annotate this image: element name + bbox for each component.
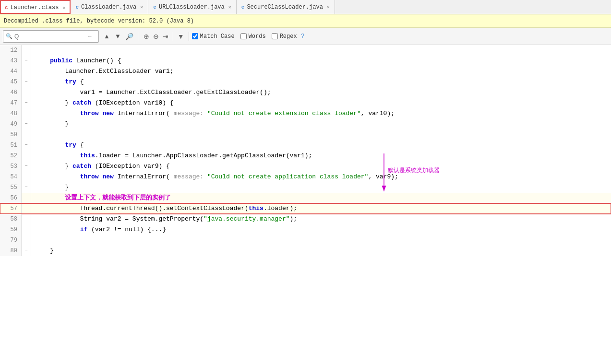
fold-53[interactable]: − — [22, 161, 31, 172]
help-icon[interactable]: ? — [301, 33, 305, 40]
code-content-58: String var2 = System.getProperty("java.s… — [31, 214, 611, 224]
line-num-50: 50 — [0, 129, 22, 140]
code-content-53: } catch (IOException var9) { — [31, 161, 611, 172]
fold-45[interactable]: − — [22, 77, 31, 87]
line-num-52: 52 — [0, 151, 22, 161]
regex-checkbox[interactable] — [272, 33, 278, 39]
info-text: Decompiled .class file, bytecode version… — [4, 18, 194, 24]
search-down-button[interactable]: ▼ — [113, 32, 123, 40]
code-content-59: if (var2 != null) {...} — [31, 224, 611, 235]
fold-43[interactable]: − — [22, 56, 31, 66]
fold-54 — [22, 172, 31, 182]
tab-launcher-class[interactable]: c Launcher.class ✕ — [0, 0, 71, 14]
line-num-59: 59 — [0, 224, 22, 235]
fold-50 — [22, 129, 31, 140]
info-bar: Decompiled .class file, bytecode version… — [0, 14, 611, 28]
line-num-53: 53 — [0, 161, 22, 172]
class-icon: c — [5, 5, 8, 11]
code-line-79: 79 — [0, 235, 611, 246]
search-minus-icon[interactable]: ⊖ — [152, 32, 160, 41]
line-num-45: 45 — [0, 77, 22, 87]
tab-label-urlclassloader: URLClassLoader.java — [159, 4, 225, 11]
line-num-57: 57 — [0, 203, 22, 214]
separator-2 — [173, 32, 173, 41]
search-bar: 🔍 ← ▲ ▼ 🔎 ⊕ ⊖ ⇥ ▼ Match Case Words Regex… — [0, 28, 611, 45]
code-line-80: 80 − } — [0, 246, 611, 256]
fold-55[interactable]: − — [22, 182, 31, 193]
fold-44 — [22, 66, 31, 77]
match-case-option[interactable]: Match Case — [192, 33, 235, 40]
words-checkbox[interactable] — [240, 33, 247, 39]
code-content-55: } — [31, 182, 611, 193]
fold-12 — [22, 45, 31, 56]
tab-close-secureclassloader[interactable]: ✕ — [327, 4, 330, 10]
code-content-47: } catch (IOException var10) { — [31, 98, 611, 108]
search-multiline-icon[interactable]: ⇥ — [161, 32, 170, 41]
regex-label: Regex — [280, 33, 297, 40]
fold-49[interactable]: − — [22, 119, 31, 129]
search-up-button[interactable]: ▲ — [102, 32, 112, 40]
code-content-57: Thread.currentThread().setContextClassLo… — [31, 203, 611, 214]
tab-close-launcher[interactable]: ✕ — [62, 5, 65, 11]
java-icon-2: c — [153, 4, 156, 10]
code-area: 12 43 − public Launcher() { 44 Launcher.… — [0, 45, 611, 364]
match-case-checkbox[interactable] — [192, 33, 198, 39]
words-option[interactable]: Words — [240, 33, 266, 40]
line-num-79: 79 — [0, 235, 22, 246]
regex-option[interactable]: Regex — [272, 33, 297, 40]
code-content-46: var1 = Launcher.ExtClassLoader.getExtCla… — [31, 87, 611, 98]
tab-urlclassloader-java[interactable]: c URLClassLoader.java ✕ — [148, 0, 236, 14]
fold-47[interactable]: − — [22, 98, 31, 108]
code-line-51: 51 − try { — [0, 140, 611, 151]
code-line-45: 45 − try { — [0, 77, 611, 87]
tab-label-classloader: ClassLoader.java — [81, 4, 136, 11]
line-num-12: 12 — [0, 45, 22, 56]
fold-56 — [22, 193, 31, 203]
line-num-56: 56 — [0, 193, 22, 203]
separator-1 — [138, 32, 138, 41]
search-input[interactable] — [14, 33, 86, 40]
search-icon: 🔍 — [6, 33, 12, 39]
search-find-button[interactable]: 🔎 — [124, 32, 135, 41]
line-num-51: 51 — [0, 140, 22, 151]
code-content-43: public Launcher() { — [31, 56, 611, 66]
code-line-47: 47 − } catch (IOException var10) { — [0, 98, 611, 108]
code-content-45: try { — [31, 77, 611, 87]
code-content-52: this.loader = Launcher.AppClassLoader.ge… — [31, 151, 611, 161]
code-line-50: 50 — [0, 129, 611, 140]
code-content-12 — [31, 45, 611, 56]
search-toolbar-icons: ▲ ▼ 🔎 — [102, 32, 135, 41]
line-num-47: 47 — [0, 98, 22, 108]
code-line-44: 44 Launcher.ExtClassLoader var1; — [0, 66, 611, 77]
tab-secureclassloader-java[interactable]: c SecureClassLoader.java ✕ — [237, 0, 335, 14]
search-add-icon[interactable]: ⊕ — [142, 32, 151, 41]
tab-close-classloader[interactable]: ✕ — [140, 4, 143, 10]
code-line-43: 43 − public Launcher() { — [0, 56, 611, 66]
line-num-44: 44 — [0, 66, 22, 77]
code-content-49: } — [31, 119, 611, 129]
code-line-48: 48 throw new InternalError( message: "Co… — [0, 108, 611, 119]
fold-51[interactable]: − — [22, 140, 31, 151]
fold-80[interactable]: − — [22, 246, 31, 256]
code-line-52: 52 this.loader = Launcher.AppClassLoader… — [0, 151, 611, 161]
code-line-55: 55 − } — [0, 182, 611, 193]
fold-57 — [22, 203, 31, 214]
code-line-53: 53 − } catch (IOException var9) { — [0, 161, 611, 172]
separator-3 — [189, 32, 189, 41]
tab-label-secureclassloader: SecureClassLoader.java — [247, 4, 323, 11]
search-extra-icons: ⊕ ⊖ ⇥ — [142, 32, 170, 41]
search-clear-icon[interactable]: ← — [88, 34, 92, 39]
code-line-46: 46 var1 = Launcher.ExtClassLoader.getExt… — [0, 87, 611, 98]
tab-close-urlclassloader[interactable]: ✕ — [228, 4, 231, 10]
fold-48 — [22, 108, 31, 119]
line-num-54: 54 — [0, 172, 22, 182]
code-content-50 — [31, 129, 611, 140]
code-content-48: throw new InternalError( message: "Could… — [31, 108, 611, 119]
code-content-79 — [31, 235, 611, 246]
code-line-57: 57 Thread.currentThread().setContextClas… — [0, 203, 611, 214]
line-num-43: 43 — [0, 56, 22, 66]
tab-classloader-java[interactable]: c ClassLoader.java ✕ — [71, 0, 148, 14]
filter-button[interactable]: ▼ — [176, 32, 186, 41]
code-line-54: 54 throw new InternalError( message: "Co… — [0, 172, 611, 182]
line-num-48: 48 — [0, 108, 22, 119]
